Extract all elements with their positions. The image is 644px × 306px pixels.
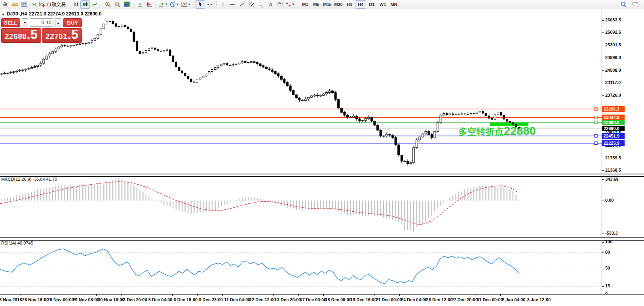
time-tick-mark — [197, 295, 198, 296]
time-axis-label: 26 Nov 16:00 — [22, 297, 49, 302]
svg-text:F: F — [262, 6, 264, 8]
sell-price-display[interactable]: 22688 .5 — [1, 28, 41, 43]
sell-price-main: 22688 — [5, 32, 27, 41]
line-chart-icon[interactable] — [90, 0, 99, 9]
chart-title-bar: ▲ DJ30-,H4 22721.0 22774.0 22613.0 22690… — [2, 11, 102, 17]
toolbar-separator — [69, 1, 69, 8]
time-tick-mark — [374, 295, 374, 296]
mt4-window: 单自动交易EFATM1M5M15M30H1H4D1W1MN ▲ DJ30-,H4… — [0, 0, 644, 306]
main-toolbar: 单自动交易EFATM1M5M15M30H1H4D1W1MN — [0, 0, 644, 9]
time-axis-label: 23 Nov 2018 — [0, 297, 22, 302]
zoom-in-icon — [104, 1, 111, 8]
time-tick-mark — [500, 295, 501, 296]
timeframe-button-D1[interactable]: D1 — [366, 0, 377, 9]
horizontal-line-icon[interactable] — [228, 0, 237, 9]
templates-icon[interactable] — [180, 0, 192, 9]
chat-icon[interactable] — [631, 0, 641, 9]
time-tick-mark — [526, 295, 526, 296]
gold-bar-icon[interactable] — [10, 0, 19, 9]
toolbar-group — [158, 0, 192, 9]
new-order-item[interactable]: 单 — [0, 0, 10, 9]
time-tick-mark — [475, 295, 475, 296]
time-tick-mark — [298, 295, 299, 296]
time-axis[interactable]: 23 Nov 201826 Nov 16:0028 Nov 00:0029 No… — [0, 294, 644, 306]
time-tick-mark — [172, 295, 173, 296]
channel-icon[interactable]: E — [247, 0, 256, 9]
timeframe-button-MN[interactable]: MN — [388, 0, 399, 9]
volume-input[interactable] — [30, 18, 53, 27]
buy-price-display[interactable]: 22701 .5 — [42, 28, 82, 43]
axis-tick-mark — [602, 268, 604, 268]
toolbar-right-icons — [619, 0, 644, 9]
text-label-icon[interactable]: T — [275, 0, 285, 9]
timeframe-button-M30[interactable]: M30 — [333, 0, 344, 9]
trend-annotation-text[interactable]: 多空转折点22880 — [458, 124, 536, 137]
vertical-line-icon[interactable] — [218, 0, 228, 9]
fibonacci-icon: F — [258, 1, 264, 8]
green-highlight-bar[interactable] — [490, 123, 528, 126]
pane-resize-separator[interactable] — [0, 237, 644, 241]
volume-increase-button[interactable]: ▲ — [55, 18, 61, 27]
zoom-out-icon — [114, 1, 121, 8]
autotrade-label: 自动交易 — [46, 1, 67, 8]
cursor-icon[interactable] — [196, 0, 205, 9]
indicators-icon[interactable] — [158, 0, 169, 9]
text-label-icon: T — [277, 1, 283, 8]
periods-dropdown-caret[interactable] — [177, 4, 179, 5]
candlestick-chart-icon[interactable] — [80, 0, 90, 9]
text-icon[interactable]: A — [266, 0, 275, 9]
axis-tick-mark — [602, 70, 604, 71]
trendline-icon — [239, 1, 245, 8]
time-axis-label: 13 Dec 20:00 — [275, 297, 301, 302]
chart-shift-icon[interactable] — [144, 0, 154, 9]
line-endpoint-handle[interactable] — [595, 134, 597, 137]
signal-icon[interactable] — [29, 0, 38, 9]
timeframe-button-M1[interactable]: M1 — [300, 0, 311, 9]
indicators-dropdown-caret[interactable] — [165, 4, 167, 5]
chart-window-icon[interactable] — [19, 0, 29, 9]
zoom-in-icon[interactable] — [103, 0, 112, 9]
trendline-icon[interactable] — [237, 0, 247, 9]
arrows-icon — [285, 1, 292, 8]
time-tick-mark — [46, 295, 46, 296]
search-icon[interactable] — [619, 0, 628, 9]
time-tick-mark — [222, 295, 223, 296]
svg-text:T: T — [279, 2, 281, 6]
bar-chart-icon[interactable] — [71, 0, 80, 9]
auto-scroll-icon[interactable] — [135, 0, 144, 9]
autotrade-button[interactable]: 自动交易 — [38, 0, 67, 9]
line-endpoint-handle[interactable] — [595, 142, 597, 145]
rsi-indicator-label: RSI(14) 40.9745 — [1, 241, 33, 245]
periods-icon[interactable] — [169, 0, 180, 9]
time-axis-label: 11 Dec 04:00 — [224, 297, 250, 302]
crosshair-icon[interactable] — [205, 0, 215, 9]
arrows-dropdown-caret[interactable] — [292, 4, 294, 5]
time-tick-mark — [323, 295, 324, 296]
templates-dropdown-caret[interactable] — [188, 4, 190, 5]
rsi-pane — [0, 240, 602, 294]
crosshair-icon — [207, 1, 213, 8]
timeframe-button-M5[interactable]: M5 — [311, 0, 322, 9]
toolbar-group — [103, 0, 131, 9]
arrows-icon[interactable] — [285, 0, 296, 9]
timeframe-button-M15[interactable]: M15 — [322, 0, 333, 9]
indicators-icon — [158, 1, 165, 8]
timeframe-button-H1[interactable]: H1 — [344, 0, 355, 9]
chart-shift-icon — [146, 1, 153, 8]
line-endpoint-handle[interactable] — [595, 108, 597, 111]
line-endpoint-handle[interactable] — [595, 121, 597, 124]
fibonacci-icon[interactable]: F — [256, 0, 266, 9]
sell-button[interactable]: SELL — [1, 18, 20, 27]
pane-resize-separator[interactable] — [0, 174, 644, 177]
time-axis-label: 27 Dec 20:00 — [451, 297, 478, 302]
zoom-out-icon[interactable] — [112, 0, 122, 9]
timeframe-button-W1[interactable]: W1 — [377, 0, 388, 9]
tile-windows-icon[interactable] — [122, 0, 131, 9]
volume-decrease-button[interactable]: ▼ — [22, 18, 28, 27]
line-endpoint-handle[interactable] — [595, 116, 597, 119]
timeframe-button-H4[interactable]: H4 — [355, 0, 366, 9]
price-axis[interactable]: 26083.525692.525301.524899.024508.024117… — [602, 9, 644, 294]
collapse-pane-arrow[interactable]: ▲ — [2, 12, 5, 16]
time-axis-label: 31 Dec 00:00 — [477, 297, 503, 302]
buy-button[interactable]: BUY — [63, 18, 82, 27]
